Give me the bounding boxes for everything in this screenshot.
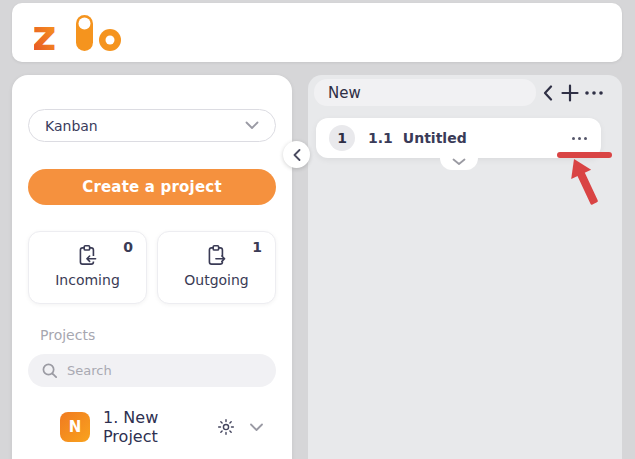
projects-section-label: Projects xyxy=(28,327,276,343)
card-menu-button[interactable] xyxy=(571,136,588,141)
ellipsis-icon xyxy=(571,136,588,141)
chevron-down-icon[interactable] xyxy=(249,423,264,432)
svg-text:z: z xyxy=(34,11,56,55)
view-mode-value: Kanban xyxy=(45,118,98,134)
plus-icon xyxy=(561,84,579,102)
search-icon xyxy=(40,361,59,380)
chevron-left-icon xyxy=(293,149,301,161)
view-mode-select[interactable]: Kanban xyxy=(28,109,276,142)
search-input[interactable] xyxy=(67,363,264,378)
column-menu-button[interactable] xyxy=(582,81,606,105)
card-title: Untitled xyxy=(403,130,467,146)
collapse-column-button[interactable] xyxy=(536,81,560,105)
chevron-left-icon xyxy=(543,85,553,101)
chevron-down-icon xyxy=(452,158,466,166)
zio-logo: z xyxy=(34,11,138,55)
ellipsis-icon xyxy=(584,90,604,96)
app-window: z Kanban Create a project 0 xyxy=(0,0,635,459)
top-bar: z xyxy=(12,3,622,62)
collapse-sidebar-button[interactable] xyxy=(283,141,310,168)
search-box xyxy=(28,354,276,387)
sidebar: Kanban Create a project 0 Incoming xyxy=(12,75,292,459)
expand-card-button[interactable] xyxy=(440,158,478,170)
board-column: New 1 1.1 Untitled xyxy=(308,75,622,459)
project-avatar: N xyxy=(60,412,90,442)
incoming-count: 0 xyxy=(123,239,133,255)
clipboard-arrow-in-icon xyxy=(75,243,101,269)
gear-icon[interactable] xyxy=(216,417,236,437)
clipboard-arrow-out-icon xyxy=(204,243,230,269)
stats-row: 0 Incoming 1 xyxy=(28,231,276,304)
outgoing-card[interactable]: 1 Outgoing xyxy=(157,231,276,304)
outgoing-count: 1 xyxy=(252,239,262,255)
card-number-badge: 1 xyxy=(329,125,355,151)
chevron-down-icon xyxy=(245,121,259,130)
create-project-button[interactable]: Create a project xyxy=(28,169,276,205)
column-title-input[interactable]: New xyxy=(314,79,536,106)
add-card-button[interactable] xyxy=(558,81,582,105)
card-code: 1.1 xyxy=(368,130,393,146)
outgoing-label: Outgoing xyxy=(184,272,248,288)
project-name: 1. New Project xyxy=(103,408,203,446)
incoming-card[interactable]: 0 Incoming xyxy=(28,231,147,304)
incoming-label: Incoming xyxy=(55,272,120,288)
project-list-item[interactable]: N 1. New Project xyxy=(28,408,276,446)
column-title-text: New xyxy=(328,84,361,102)
